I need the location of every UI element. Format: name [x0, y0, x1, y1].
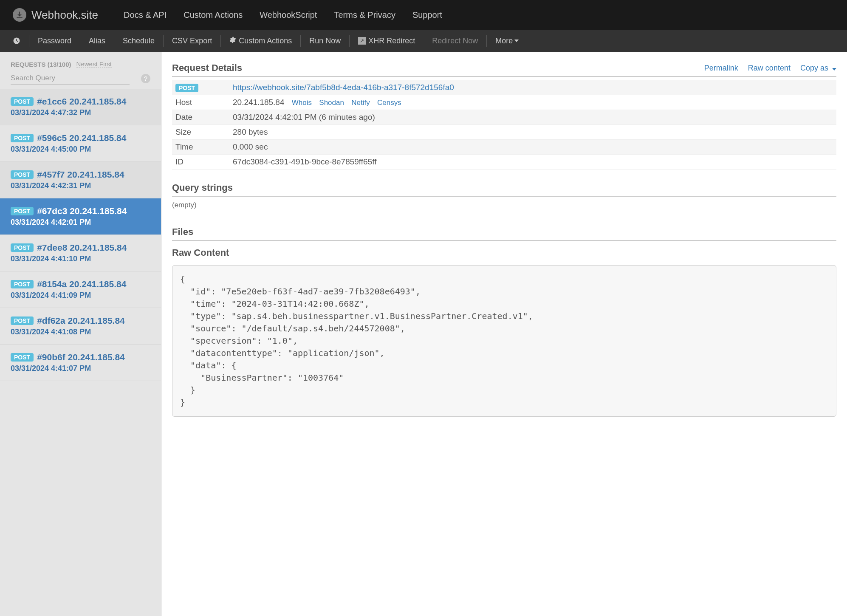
host-value: 20.241.185.84	[233, 98, 285, 107]
subnav-more-label: More	[495, 37, 513, 45]
subnav-alias[interactable]: Alias	[80, 37, 114, 45]
request-date: 03/31/2024 4:41:08 PM	[11, 328, 150, 336]
content: Request Details Permalink Raw content Co…	[161, 52, 847, 616]
request-list: POST#e1cc6 20.241.185.8403/31/2024 4:47:…	[0, 89, 161, 381]
host-label: Host	[172, 95, 229, 110]
chevron-down-icon	[514, 40, 519, 42]
requests-count: REQUESTS (13/100)	[11, 61, 71, 68]
search-wrap: ?	[0, 72, 161, 89]
method-badge: POST	[11, 353, 34, 362]
top-nav: Webhook.site Docs & API Custom Actions W…	[0, 0, 847, 30]
request-item[interactable]: POST#90b6f 20.241.185.8403/31/2024 4:41:…	[0, 345, 161, 381]
method-badge: POST	[175, 84, 198, 92]
subnav-password[interactable]: Password	[29, 37, 80, 45]
logo-icon	[13, 8, 26, 22]
nav-webhookscript[interactable]: WebhookScript	[251, 10, 325, 20]
subnav-csv-export[interactable]: CSV Export	[164, 37, 220, 45]
method-badge: POST	[11, 280, 34, 288]
sidebar: REQUESTS (13/100) Newest First ? POST#e1…	[0, 52, 161, 616]
method-badge: POST	[11, 134, 34, 142]
size-value: 280 bytes	[229, 125, 836, 140]
raw-content-box: { "id": "7e5e20eb-f63f-4ad7-ae39-7fb3208…	[172, 265, 836, 417]
details-table: POST https://webhook.site/7abf5b8d-4eda-…	[172, 80, 836, 170]
subnav-schedule[interactable]: Schedule	[114, 37, 163, 45]
brand-text: Webhook.site	[31, 8, 98, 22]
clock-icon[interactable]	[13, 37, 20, 45]
request-date: 03/31/2024 4:41:07 PM	[11, 364, 150, 373]
sort-toggle[interactable]: Newest First	[76, 60, 112, 68]
subnav-xhr-redirect[interactable]: ↗ XHR Redirect	[350, 37, 424, 45]
request-date: 03/31/2024 4:47:32 PM	[11, 108, 150, 117]
shodan-link[interactable]: Shodan	[319, 99, 344, 107]
request-item[interactable]: POST#457f7 20.241.185.8403/31/2024 4:42:…	[0, 162, 161, 198]
request-hash-ip: #df62a 20.241.185.84	[37, 316, 125, 326]
request-details-header: Request Details Permalink Raw content Co…	[172, 62, 836, 77]
query-strings-heading: Query strings	[172, 182, 836, 197]
request-details-title: Request Details	[172, 62, 242, 73]
request-hash-ip: #7dee8 20.241.185.84	[37, 243, 127, 253]
request-date: 03/31/2024 4:41:10 PM	[11, 254, 150, 263]
request-item[interactable]: POST#7dee8 20.241.185.8403/31/2024 4:41:…	[0, 235, 161, 271]
subnav-redirect-now[interactable]: Redirect Now	[424, 37, 486, 45]
request-hash-ip: #457f7 20.241.185.84	[37, 170, 124, 180]
detail-actions: Permalink Raw content Copy as	[697, 64, 836, 73]
raw-content-link[interactable]: Raw content	[748, 64, 791, 72]
id-value: 67dc3084-c391-491b-9bce-8e7859ff65ff	[229, 155, 836, 170]
request-hash-ip: #e1cc6 20.241.185.84	[37, 96, 126, 107]
request-item[interactable]: POST#596c5 20.241.185.8403/31/2024 4:45:…	[0, 125, 161, 162]
time-value: 0.000 sec	[229, 140, 836, 155]
request-item[interactable]: POST#e1cc6 20.241.185.8403/31/2024 4:47:…	[0, 89, 161, 125]
request-hash-ip: #67dc3 20.241.185.84	[37, 206, 127, 216]
sub-nav: Password Alias Schedule CSV Export Custo…	[0, 30, 847, 52]
subnav-xhr-redirect-label: XHR Redirect	[368, 37, 415, 45]
chevron-down-icon	[832, 68, 836, 71]
request-hash-ip: #596c5 20.241.185.84	[37, 133, 126, 143]
time-label: Time	[172, 140, 229, 155]
request-date: 03/31/2024 4:42:31 PM	[11, 181, 150, 190]
date-label: Date	[172, 110, 229, 125]
size-label: Size	[172, 125, 229, 140]
raw-content-heading: Raw Content	[172, 247, 836, 261]
query-empty: (empty)	[172, 199, 836, 214]
copy-as-dropdown[interactable]: Copy as	[800, 64, 836, 72]
censys-link[interactable]: Censys	[377, 99, 401, 107]
nav-custom-actions[interactable]: Custom Actions	[175, 10, 251, 20]
permalink-link[interactable]: Permalink	[704, 64, 738, 72]
logo-link[interactable]: Webhook.site	[13, 8, 98, 22]
request-item[interactable]: POST#df62a 20.241.185.8403/31/2024 4:41:…	[0, 308, 161, 345]
request-date: 03/31/2024 4:41:09 PM	[11, 291, 150, 300]
request-date: 03/31/2024 4:42:01 PM	[11, 218, 150, 227]
nav-support[interactable]: Support	[404, 10, 451, 20]
request-item[interactable]: POST#67dc3 20.241.185.8403/31/2024 4:42:…	[0, 198, 161, 235]
subnav-run-now[interactable]: Run Now	[301, 37, 349, 45]
nav-docs-api[interactable]: Docs & API	[115, 10, 175, 20]
method-badge: POST	[11, 170, 34, 179]
subnav-custom-actions[interactable]: Custom Actions	[221, 37, 300, 45]
request-hash-ip: #8154a 20.241.185.84	[37, 279, 126, 289]
nav-terms-privacy[interactable]: Terms & Privacy	[325, 10, 404, 20]
host-tool-links: Whois Shodan Netify Censys	[287, 98, 401, 107]
method-badge: POST	[11, 207, 34, 215]
raw-content-body[interactable]: { "id": "7e5e20eb-f63f-4ad7-ae39-7fb3208…	[180, 273, 828, 409]
method-badge: POST	[11, 316, 34, 325]
files-heading: Files	[172, 226, 836, 241]
date-value: 03/31/2024 4:42:01 PM (6 minutes ago)	[229, 110, 836, 125]
request-date: 03/31/2024 4:45:00 PM	[11, 145, 150, 154]
requests-header: REQUESTS (13/100) Newest First	[0, 52, 161, 72]
topnav-items: Docs & API Custom Actions WebhookScript …	[115, 10, 451, 20]
request-item[interactable]: POST#8154a 20.241.185.8403/31/2024 4:41:…	[0, 271, 161, 308]
help-icon[interactable]: ?	[141, 74, 150, 83]
request-hash-ip: #90b6f 20.241.185.84	[37, 352, 125, 362]
netify-link[interactable]: Netify	[351, 99, 370, 107]
method-badge: POST	[11, 243, 34, 252]
request-url[interactable]: https://webhook.site/7abf5b8d-4eda-416b-…	[233, 83, 454, 92]
gear-icon	[229, 37, 236, 45]
id-label: ID	[172, 155, 229, 170]
copy-as-label: Copy as	[800, 64, 828, 72]
method-badge: POST	[11, 97, 34, 106]
search-input[interactable]	[11, 72, 130, 85]
subnav-more[interactable]: More	[487, 37, 527, 45]
external-link-icon: ↗	[358, 37, 366, 45]
subnav-custom-actions-label: Custom Actions	[239, 37, 292, 45]
whois-link[interactable]: Whois	[292, 99, 312, 107]
